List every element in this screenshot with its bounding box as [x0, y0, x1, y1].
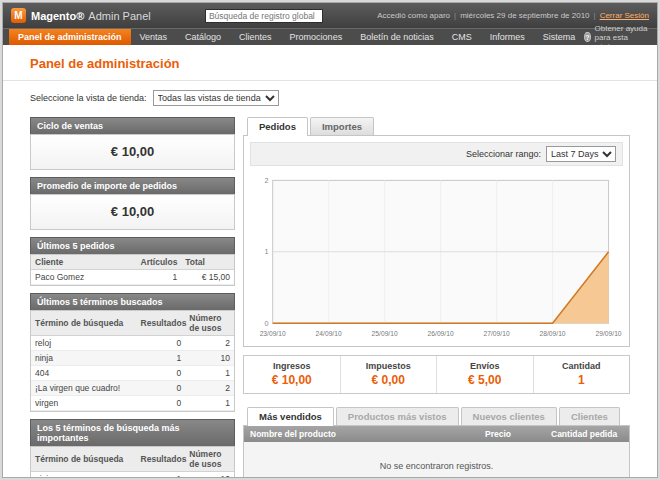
nav-item-boletin[interactable]: Boletín de noticias	[351, 29, 443, 45]
nav-item-cms[interactable]: CMS	[443, 29, 481, 45]
last-search-table: Término de búsqueda Resultados Número de…	[31, 311, 234, 411]
stat-value: 1	[534, 373, 630, 387]
uses-cell: 2	[185, 381, 234, 396]
stat-value: € 0,00	[341, 373, 437, 387]
tab-label: Pedidos	[259, 121, 296, 132]
column-header: Término de búsqueda	[31, 447, 137, 472]
results-cell: 0	[137, 396, 186, 411]
tab-label: Productos más vistos	[348, 411, 447, 422]
tab-productos-mas-vistos[interactable]: Productos más vistos	[336, 407, 459, 425]
column-header: Resultados	[137, 311, 186, 336]
svg-text:25/09/10: 25/09/10	[372, 330, 398, 337]
stat-label: Cantidad	[534, 361, 630, 371]
divider	[3, 80, 657, 81]
tab-label: Importes	[322, 121, 362, 132]
logout-link[interactable]: Cerrar Sesión	[600, 11, 649, 20]
products-tabs: Más vendidos Productos más vistos Nuevos…	[243, 407, 630, 425]
range-select[interactable]: Last 7 Days	[546, 146, 616, 162]
lifetime-sales-value: € 10,00	[31, 135, 234, 169]
tab-mas-vendidos[interactable]: Más vendidos	[247, 407, 334, 426]
nav-item-catalogo[interactable]: Catálogo	[176, 29, 230, 45]
content-area: Panel de administración Seleccione la vi…	[3, 45, 657, 477]
header-bar: M Magento® Admin Panel Accedió como apar…	[3, 3, 657, 28]
last-search-box: Últimos 5 términos buscados Término de b…	[30, 293, 235, 412]
nav-item-label: Promociones	[290, 32, 343, 42]
top-search-box: Los 5 términos de búsqueda más important…	[30, 419, 235, 477]
column-header: Número de usos	[185, 447, 234, 472]
last-orders-table: Cliente Artículos Total Paco Gomez 1 € 1…	[31, 255, 234, 285]
svg-text:24/09/10: 24/09/10	[316, 330, 342, 337]
stat-label: Ingresos	[244, 361, 340, 371]
column-header: Número de usos	[185, 311, 234, 336]
orders-chart-panel: Seleccionar rango: Last 7 Days 23/09/102…	[243, 135, 630, 347]
nav-item-label: Ventas	[140, 32, 168, 42]
average-orders-title: Promedio de importe de pedidos	[30, 177, 235, 194]
store-view-label: Seleccione la vista de tienda:	[30, 93, 147, 103]
nav-item-clientes[interactable]: Clientes	[230, 29, 281, 45]
items-cell: 1	[137, 270, 182, 285]
global-search-input[interactable]	[205, 9, 323, 23]
empty-records-message: No se encontraron registros.	[244, 442, 629, 477]
nav-item-informes[interactable]: Informes	[481, 29, 534, 45]
stat-value: € 5,00	[437, 373, 533, 387]
stat-label: Impuestos	[341, 361, 437, 371]
nav-item-label: Informes	[490, 32, 525, 42]
nav-item-label: Clientes	[239, 32, 272, 42]
range-bar: Seleccionar rango: Last 7 Days	[250, 142, 623, 166]
lifetime-sales-box: Ciclo de ventas € 10,00	[30, 117, 235, 170]
uses-cell: 1	[185, 396, 234, 411]
column-header: Total	[181, 255, 234, 270]
nav-item-label: Boletín de noticias	[360, 32, 434, 42]
tab-nuevos-clientes[interactable]: Nuevos clientes	[461, 407, 557, 425]
brand-suffix: Admin Panel	[88, 10, 150, 22]
term-cell: 404	[31, 366, 137, 381]
table-row: reloj02	[31, 336, 234, 351]
average-orders-value: € 10,00	[31, 195, 234, 229]
total-cell: € 15,00	[181, 270, 234, 285]
nav-item-label: Catálogo	[185, 32, 221, 42]
top-search-title: Los 5 términos de búsqueda más important…	[30, 419, 235, 446]
range-label: Seleccionar rango:	[466, 149, 541, 159]
term-cell: virgen	[31, 396, 137, 411]
results-cell: 0	[137, 381, 186, 396]
tab-label: Nuevos clientes	[473, 411, 545, 422]
magento-logo-icon: M	[11, 8, 26, 23]
page-help-link[interactable]: ? Obtener ayuda para esta página	[584, 29, 651, 45]
tab-clientes[interactable]: Clientes	[559, 407, 620, 425]
term-cell: ninja	[31, 351, 137, 366]
last-search-title: Últimos 5 términos buscados	[30, 293, 235, 310]
results-cell: 1	[137, 351, 186, 366]
average-orders-box: Promedio de importe de pedidos € 10,00	[30, 177, 235, 230]
svg-text:23/09/10: 23/09/10	[260, 330, 286, 337]
table-row: ninja110	[31, 472, 234, 478]
nav-item-dashboard[interactable]: Panel de administración	[9, 29, 131, 45]
page-title: Panel de administración	[30, 56, 630, 71]
uses-cell: 10	[185, 351, 234, 366]
term-cell: ninja	[31, 472, 137, 478]
tab-importes[interactable]: Importes	[310, 117, 374, 135]
header-separator: |	[454, 11, 456, 20]
tab-label: Clientes	[571, 411, 608, 422]
column-header: Resultados	[137, 447, 186, 472]
nav-item-label: CMS	[452, 32, 472, 42]
uses-cell: 2	[185, 336, 234, 351]
nav-item-ventas[interactable]: Ventas	[131, 29, 177, 45]
nav-item-sistema[interactable]: Sistema	[534, 29, 585, 45]
tab-label: Más vendidos	[259, 411, 322, 422]
logged-in-as: Accedió como aparo	[377, 11, 450, 20]
orders-chart: 23/09/1024/09/1025/09/1026/09/1027/09/10…	[250, 172, 623, 340]
bestsellers-table: Nombre del producto Precio Cantidad pedi…	[243, 425, 630, 477]
stat-envios: Envíos € 5,00	[436, 356, 533, 393]
uses-cell: 10	[185, 472, 234, 478]
tab-pedidos[interactable]: Pedidos	[247, 117, 308, 136]
main-nav: Panel de administración Ventas Catálogo …	[3, 28, 657, 45]
store-view-filter: Seleccione la vista de tienda: Todas las…	[30, 90, 630, 106]
table-row: ninja110	[31, 351, 234, 366]
totals-bar: Ingresos € 10,00 Impuestos € 0,00 Envíos…	[243, 355, 630, 394]
term-cell: ¡La virgen que cuadro!	[31, 381, 137, 396]
chart-tabs: Pedidos Importes	[243, 117, 630, 135]
stat-label: Envíos	[437, 361, 533, 371]
nav-item-promociones[interactable]: Promociones	[281, 29, 352, 45]
store-view-select[interactable]: Todas las vistas de tienda	[153, 90, 279, 106]
table-row: 40401	[31, 366, 234, 381]
